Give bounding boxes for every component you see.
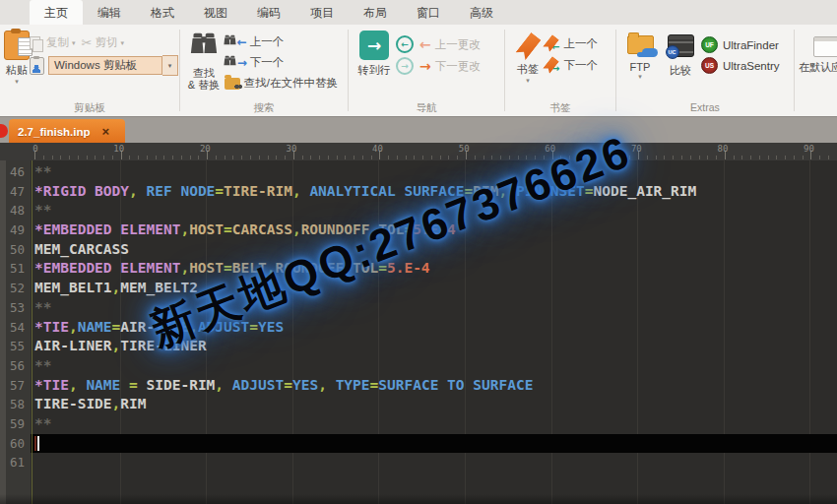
code-line[interactable] <box>31 453 837 472</box>
code-line[interactable]: *TIE, NAME = SIDE-RIM, ADJUST=YES, TYPE=… <box>31 376 837 396</box>
ribbon-tab-3[interactable]: 视图 <box>189 0 242 25</box>
margin-guide-line <box>32 160 32 504</box>
binoculars-icon <box>224 55 236 70</box>
group-label-bookmarks: 书签 <box>505 100 615 116</box>
line-number: 56 <box>6 356 31 376</box>
paste-label: 粘贴 <box>6 63 28 78</box>
window-left-edge <box>0 160 6 504</box>
prev-change-button[interactable]: ← 上一更改 <box>419 33 481 55</box>
code-token <box>327 377 336 393</box>
open-default-app-button[interactable]: 在默认应用 <box>799 28 837 100</box>
code-line[interactable]: MEM_BELT1,MEM_BELT2 <box>31 279 837 298</box>
copy-button[interactable]: 复制 ▾ <box>30 35 76 50</box>
ribbon-tab-6[interactable]: 布局 <box>349 0 402 25</box>
ruler-mark: 90 <box>804 144 814 154</box>
document-tab-bar: 2.7_finish.inp × <box>0 116 837 143</box>
code-line[interactable]: TIRE-SIDE,RIM <box>31 395 837 414</box>
code-line[interactable]: ** <box>31 356 837 376</box>
file-tab-active[interactable]: 2.7_finish.inp × <box>9 119 125 144</box>
code-editor[interactable]: ***RIGID BODY, REF NODE=TIRE-RIM, ANALYT… <box>0 160 837 504</box>
goto-line-button[interactable]: → 转到行 <box>353 28 396 100</box>
group-default-app: 在默认应用 <box>795 25 837 116</box>
bookmark-button[interactable]: 书签 ▾ <box>509 28 547 100</box>
window-icon <box>813 36 837 57</box>
ribbon-tab-5[interactable]: 项目 <box>295 0 349 25</box>
ribbon-tab-4[interactable]: 编码 <box>242 0 295 25</box>
arrow-right-icon: → <box>237 56 247 70</box>
code-line[interactable]: ** <box>31 162 837 182</box>
code-token: ROUNDOFF TOL <box>301 221 405 237</box>
code-token: , <box>292 221 301 237</box>
ribbon-tab-2[interactable]: 格式 <box>136 0 189 25</box>
clipboard-combo-dropdown[interactable]: ▾ <box>162 55 178 76</box>
ruler-mark: 60 <box>545 144 555 154</box>
clipboard-combo[interactable]: Windows 剪贴板 <box>48 56 162 75</box>
code-line[interactable]: ** <box>31 414 837 434</box>
code-line[interactable]: MEM_CARCASS <box>31 240 837 260</box>
line-number: 48 <box>6 201 31 220</box>
code-line[interactable]: ** <box>31 201 837 220</box>
code-token: TIRE-RIM <box>224 183 292 199</box>
code-token: TIRE-SIDE <box>34 396 112 411</box>
find-in-files-button[interactable]: 查找/在文件中替换 <box>224 76 338 91</box>
code-token: , <box>292 183 301 199</box>
code-token: MEM_CARCASS <box>34 241 129 257</box>
group-label-default-app <box>795 100 837 116</box>
find-label-line1: 查找 <box>193 67 215 79</box>
nav-back-icon[interactable]: ← <box>396 35 414 53</box>
line-number: 46 <box>6 162 31 182</box>
close-icon[interactable]: × <box>102 126 110 138</box>
code-token: *TIE <box>34 377 69 393</box>
ribbon-tab-0[interactable]: 主页 <box>30 0 83 25</box>
record-indicator-dot <box>0 124 8 138</box>
ribbon-tab-1[interactable]: 编辑 <box>83 0 136 25</box>
code-token: = <box>585 183 594 199</box>
code-line[interactable]: *EMBEDDED ELEMENT,HOST=CARCASS,ROUNDOFF … <box>31 220 837 240</box>
next-change-button[interactable]: → 下一更改 <box>419 55 481 77</box>
code-token: , <box>189 319 198 335</box>
code-token: YES <box>292 377 318 393</box>
cut-button[interactable]: ✂ 剪切 ▾ <box>82 35 124 50</box>
copy-icon <box>30 36 42 50</box>
nav-forward-icon[interactable]: → <box>396 57 414 75</box>
ribbon-tab-8[interactable]: 高级 <box>455 0 508 25</box>
code-line[interactable]: ** <box>31 298 837 318</box>
ultracompare-badge: UC <box>666 45 679 59</box>
bookmark-next-label: 下一个 <box>563 58 598 73</box>
ultrasentry-button[interactable]: US UltraSentry <box>701 55 780 76</box>
code-line[interactable]: *RIGID BODY, REF NODE=TIRE-RIM, ANALYTIC… <box>31 182 837 202</box>
code-line[interactable]: *EMBEDDED ELEMENT,HOST=BELT,ROUNDOFF TOL… <box>31 259 837 279</box>
code-token: SURFACE TO SURFACE <box>378 377 533 393</box>
find-next-button[interactable]: → 下一个 <box>224 55 285 70</box>
code-token: ADJUST <box>232 377 284 393</box>
line-number: 49 <box>6 220 31 240</box>
find-replace-button[interactable]: 查找 & 替换 <box>184 28 224 100</box>
code-token: = <box>284 377 292 393</box>
compare-button[interactable]: UC 比较 <box>660 28 701 100</box>
code-token: AIR-TIRE <box>120 319 189 335</box>
paste-button[interactable]: 粘贴 ▾ <box>4 28 30 100</box>
code-line-active[interactable] <box>31 434 837 454</box>
ribbon-tab-bar: 主页编辑格式视图编码项目布局窗口高级 <box>0 0 837 25</box>
column-ruler: 0102030405060708090 <box>0 143 837 160</box>
code-area[interactable]: ***RIGID BODY, REF NODE=TIRE-RIM, ANALYT… <box>31 160 837 504</box>
code-token: , <box>215 377 224 393</box>
caret-down-icon: ▾ <box>120 39 124 47</box>
bookmark-next-button[interactable]: → 下一个 <box>547 54 598 76</box>
ftp-button[interactable]: FTP ▾ <box>620 28 660 100</box>
code-token: TYPE <box>336 377 370 393</box>
find-prev-button[interactable]: ← 上一个 <box>224 34 285 49</box>
ruler-mark: 80 <box>718 144 729 154</box>
code-token <box>224 377 232 393</box>
code-line[interactable]: *TIE,NAME=AIR-TIRE,ADJUST=YES <box>31 318 837 338</box>
line-number: 50 <box>6 240 31 260</box>
code-token: , <box>112 338 121 353</box>
cut-label: 剪切 <box>95 35 117 50</box>
line-number: 53 <box>6 298 31 318</box>
ultrafinder-button[interactable]: UF UltraFinder <box>701 34 780 55</box>
line-number: 60 <box>6 434 31 454</box>
line-number: 58 <box>6 395 31 414</box>
bookmark-prev-button[interactable]: ← 上一个 <box>547 32 598 54</box>
ribbon-tab-7[interactable]: 窗口 <box>402 0 455 25</box>
code-line[interactable]: AIR-LINER,TIRE-LINER <box>31 337 837 356</box>
